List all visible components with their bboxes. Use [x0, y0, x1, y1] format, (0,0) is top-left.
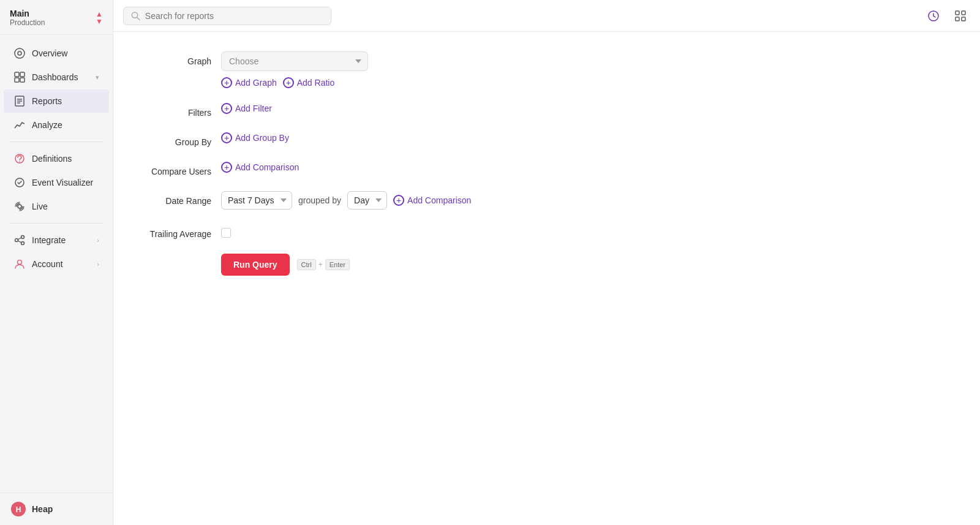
add-graph-button[interactable]: + Add Graph [221, 77, 277, 88]
sidebar-analyze-label: Analyze [32, 120, 99, 130]
svg-rect-25 [956, 11, 959, 15]
date-range-select[interactable]: Past 7 Days [221, 191, 292, 210]
add-group-by-button[interactable]: + Add Group By [221, 132, 289, 143]
search-wrapper[interactable] [123, 7, 331, 25]
add-ratio-icon: + [283, 77, 294, 88]
svg-point-13 [18, 205, 21, 208]
svg-text:H: H [16, 505, 21, 514]
nav-divider-1 [10, 142, 103, 142]
event-visualizer-icon [13, 176, 26, 189]
run-query-controls: Run Query Ctrl + Enter [221, 254, 350, 276]
add-group-by-icon: + [221, 132, 232, 143]
history-icon-btn[interactable] [924, 6, 943, 26]
filters-label: Filters [138, 103, 211, 118]
sidebar-toggle-icon: ▲▼ [96, 10, 103, 25]
date-range-controls: Past 7 Days grouped by Day + Add Compari… [221, 191, 471, 210]
group-by-label: Group By [138, 132, 211, 147]
sidebar-account-label: Account [32, 259, 91, 269]
svg-line-18 [18, 241, 21, 243]
svg-point-11 [19, 161, 20, 162]
heap-brand-label: Heap [32, 504, 53, 514]
sidebar-reports-label: Reports [32, 96, 99, 106]
compare-users-controls: + Add Comparison [221, 162, 299, 173]
graph-label: Graph [138, 51, 211, 66]
add-filter-icon: + [221, 103, 232, 114]
add-comparison-icon: + [221, 162, 232, 173]
svg-rect-2 [15, 72, 19, 77]
sidebar-header[interactable]: Main Production ▲▼ [0, 0, 113, 35]
add-filter-label: Add Filter [235, 104, 272, 113]
overview-icon [13, 47, 26, 59]
sidebar-dashboards-label: Dashboards [32, 72, 89, 82]
graph-controls: Choose + Add Graph + Add Ratio [221, 51, 368, 88]
sidebar-sub-label: Production [10, 18, 45, 27]
integrate-icon [13, 234, 26, 246]
account-arrow-icon: › [97, 260, 99, 268]
content-area: Graph Choose + Add Graph + Add Ratio [113, 32, 980, 525]
analyze-icon [13, 119, 26, 131]
sidebar-item-analyze[interactable]: Analyze [4, 113, 109, 137]
integrate-arrow-icon: › [97, 236, 99, 244]
add-filter-button[interactable]: + Add Filter [221, 103, 272, 114]
add-comparison-date-button[interactable]: + Add Comparison [393, 195, 471, 206]
sidebar-integrate-label: Integrate [32, 235, 91, 245]
add-group-by-label: Add Group By [235, 133, 289, 143]
graph-select[interactable]: Choose [221, 51, 368, 71]
sidebar-header-text: Main Production [10, 9, 45, 27]
add-ratio-label: Add Ratio [297, 78, 334, 88]
trailing-average-controls [221, 224, 231, 238]
svg-rect-26 [962, 11, 965, 15]
trailing-average-checkbox[interactable] [221, 228, 231, 238]
sidebar-item-overview[interactable]: Overview [4, 42, 109, 65]
day-select[interactable]: Day [347, 191, 387, 210]
live-icon [13, 200, 26, 213]
svg-point-0 [15, 48, 24, 58]
filters-row: Filters + Add Filter [138, 103, 956, 118]
svg-rect-3 [20, 72, 24, 77]
grid-icon [954, 10, 967, 22]
date-range-label: Date Range [138, 191, 211, 206]
nav-divider-2 [10, 223, 103, 224]
run-query-button[interactable]: Run Query [221, 254, 290, 276]
search-input[interactable] [145, 11, 323, 21]
add-ratio-button[interactable]: + Add Ratio [283, 77, 334, 88]
account-icon [13, 258, 26, 270]
svg-rect-27 [956, 17, 959, 21]
plus-separator: + [318, 260, 323, 269]
svg-rect-4 [15, 78, 19, 82]
sidebar-item-reports[interactable]: Reports [4, 89, 109, 113]
svg-point-1 [18, 51, 21, 55]
sidebar-live-label: Live [32, 202, 99, 211]
svg-point-19 [18, 260, 22, 265]
graph-row: Graph Choose + Add Graph + Add Ratio [138, 51, 956, 88]
svg-point-14 [15, 239, 18, 242]
trailing-average-row: Trailing Average [138, 224, 956, 239]
add-comparison-button[interactable]: + Add Comparison [221, 162, 299, 173]
grouped-by-text: grouped by [298, 195, 341, 205]
svg-point-16 [21, 242, 24, 245]
sidebar: Main Production ▲▼ Overview [0, 0, 113, 525]
sidebar-item-dashboards[interactable]: Dashboards ▾ [4, 66, 109, 89]
compare-users-label: Compare Users [138, 162, 211, 176]
topbar [113, 0, 980, 32]
sidebar-definitions-label: Definitions [32, 154, 99, 164]
history-icon [927, 10, 940, 22]
svg-rect-28 [962, 17, 965, 21]
sidebar-event-visualizer-label: Event Visualizer [32, 178, 99, 187]
date-range-row: Date Range Past 7 Days grouped by Day + … [138, 191, 956, 210]
sidebar-item-live[interactable]: Live [4, 195, 109, 218]
sidebar-item-definitions[interactable]: Definitions [4, 147, 109, 170]
sidebar-main-label: Main [10, 9, 45, 18]
add-graph-label: Add Graph [235, 78, 277, 88]
add-comparison-date-label: Add Comparison [407, 195, 471, 205]
ctrl-key: Ctrl [297, 259, 316, 270]
add-graph-icon: + [221, 77, 232, 88]
run-query-row: Run Query Ctrl + Enter [221, 254, 956, 276]
sidebar-item-account[interactable]: Account › [4, 252, 109, 276]
sidebar-item-integrate[interactable]: Integrate › [4, 229, 109, 252]
sidebar-overview-label: Overview [32, 48, 99, 58]
grid-icon-btn[interactable] [951, 6, 970, 26]
sidebar-item-event-visualizer[interactable]: Event Visualizer [4, 171, 109, 194]
group-by-controls: + Add Group By [221, 132, 289, 143]
search-icon [131, 11, 140, 21]
